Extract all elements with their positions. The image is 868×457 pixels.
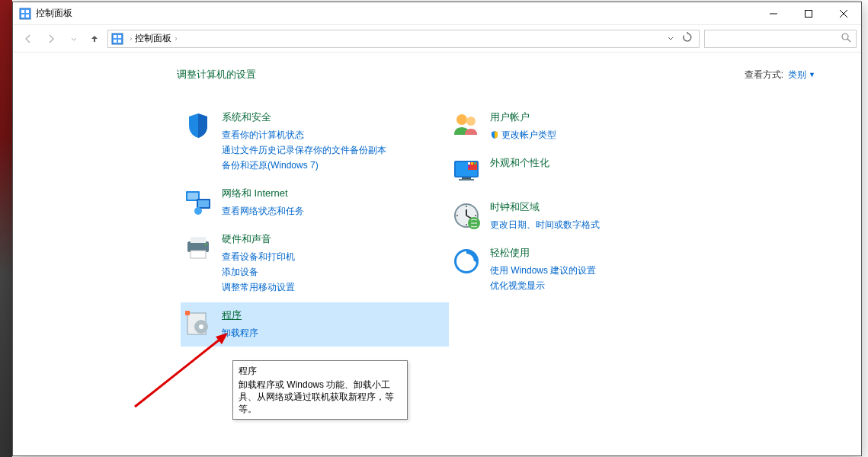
category-title[interactable]: 系统和安全: [222, 110, 441, 124]
programs-icon: [181, 308, 216, 339]
svg-rect-28: [185, 311, 190, 315]
category-link[interactable]: 查看网络状态和任务: [222, 203, 441, 219]
svg-rect-4: [26, 14, 29, 18]
category-link[interactable]: 查看你的计算机状态: [222, 127, 441, 142]
category-hardware: 硬件和声音 查看设备和打印机 添加设备 调整常用移动设置: [181, 226, 449, 301]
category-link[interactable]: 查看设备和打印机: [222, 249, 441, 264]
category-link[interactable]: 添加设备: [222, 264, 441, 280]
svg-rect-37: [468, 165, 470, 168]
category-title[interactable]: 网络和 Internet: [222, 187, 441, 200]
category-column-left: 系统和安全 查看你的计算机状态 通过文件历史记录保存你的文件备份副本 备份和还原…: [181, 104, 449, 348]
svg-rect-10: [114, 35, 117, 38]
svg-rect-36: [474, 162, 476, 165]
category-link[interactable]: 更改日期、时间或数字格式: [490, 217, 709, 232]
page-title: 调整计算机的设置: [177, 68, 256, 81]
category-system-security: 系统和安全 查看你的计算机状态 通过文件历史记录保存你的文件备份副本 备份和还原…: [181, 104, 449, 179]
svg-point-24: [205, 244, 207, 246]
svg-rect-12: [114, 40, 117, 43]
network-icon: [181, 187, 216, 217]
window-title: 控制面板: [36, 7, 72, 20]
category-appearance: 外观和个性化: [449, 150, 717, 193]
svg-point-42: [475, 215, 476, 216]
svg-line-15: [847, 39, 850, 42]
view-mode-selector: 查看方式: 类别 ▼: [745, 69, 815, 81]
svg-point-27: [199, 324, 203, 329]
svg-rect-23: [191, 251, 206, 258]
maximize-button[interactable]: [791, 2, 826, 25]
svg-rect-13: [118, 40, 121, 43]
minimize-button[interactable]: [756, 2, 791, 25]
refresh-button[interactable]: [679, 32, 696, 45]
svg-point-29: [456, 114, 467, 125]
category-title[interactable]: 外观和个性化: [490, 156, 709, 170]
svg-rect-34: [468, 162, 470, 165]
clock-icon: [449, 200, 484, 231]
category-link[interactable]: 更改帐户类型: [490, 127, 709, 142]
breadcrumb-root[interactable]: 控制面板: [135, 32, 171, 45]
svg-point-43: [466, 224, 467, 225]
address-bar[interactable]: › 控制面板 ›: [107, 30, 700, 48]
back-button[interactable]: [18, 30, 39, 48]
svg-rect-39: [459, 179, 474, 181]
svg-rect-38: [462, 177, 471, 179]
category-title[interactable]: 用户帐户: [490, 110, 709, 124]
category-link[interactable]: 优化视觉显示: [490, 278, 709, 293]
title-bar: 控制面板: [13, 2, 861, 25]
close-button[interactable]: [826, 2, 861, 25]
uac-shield-icon: [490, 130, 499, 139]
svg-rect-3: [21, 14, 24, 18]
view-label: 查看方式:: [745, 69, 783, 81]
category-title[interactable]: 程序: [222, 308, 441, 322]
search-icon[interactable]: [841, 32, 851, 45]
svg-point-14: [842, 34, 848, 40]
svg-rect-1: [21, 10, 24, 13]
svg-rect-22: [191, 237, 206, 243]
category-title[interactable]: 硬件和声音: [222, 232, 441, 246]
view-mode-link[interactable]: 类别: [788, 69, 806, 81]
svg-point-44: [456, 215, 458, 216]
search-box[interactable]: [704, 30, 857, 48]
category-ease-of-access: 轻松使用 使用 Windows 建议的设置 优化视觉显示: [449, 240, 717, 299]
category-link[interactable]: 使用 Windows 建议的设置: [490, 263, 709, 278]
svg-rect-17: [187, 193, 198, 200]
svg-rect-2: [26, 10, 29, 13]
category-user-accounts: 用户帐户 更改帐户类型: [449, 104, 717, 149]
address-icon: [111, 33, 123, 45]
category-column-right: 用户帐户 更改帐户类型 外观和个性化 时钟和区域 更改日期、时间或数字格式: [449, 104, 717, 348]
category-title[interactable]: 时钟和区域: [490, 200, 709, 214]
svg-rect-11: [118, 35, 121, 38]
address-dropdown[interactable]: [664, 34, 677, 44]
svg-point-30: [466, 117, 476, 126]
category-link[interactable]: 卸载程序: [222, 325, 441, 340]
search-input[interactable]: [709, 34, 841, 44]
svg-rect-19: [198, 200, 209, 207]
category-link[interactable]: 备份和还原(Windows 7): [222, 158, 441, 173]
svg-rect-35: [471, 162, 473, 165]
control-panel-icon: [19, 8, 31, 20]
users-icon: [449, 110, 484, 141]
navigation-bar: › 控制面板 ›: [13, 25, 861, 53]
tooltip-body: 卸载程序或 Windows 功能、卸载小工具、从网络或通过联机获取新程序，等等。: [239, 379, 402, 415]
category-network: 网络和 Internet 查看网络状态和任务: [181, 181, 449, 225]
svg-point-20: [194, 207, 202, 215]
category-link[interactable]: 调整常用移动设置: [222, 280, 441, 295]
tooltip: 程序 卸载程序或 Windows 功能、卸载小工具、从网络或通过联机获取新程序，…: [232, 360, 408, 420]
forward-button[interactable]: [40, 30, 62, 48]
breadcrumb-separator[interactable]: ›: [175, 34, 177, 43]
tooltip-title: 程序: [239, 365, 402, 377]
monitor-icon: [449, 156, 484, 187]
control-panel-window: 控制面板 › 控制面板 › 调整计算机的设置: [12, 2, 862, 456]
svg-rect-6: [806, 10, 812, 17]
svg-point-41: [466, 206, 467, 207]
category-clock-region: 时钟和区域 更改日期、时间或数字格式: [449, 194, 717, 238]
up-button[interactable]: [86, 30, 103, 48]
ease-of-access-icon: [449, 246, 484, 276]
breadcrumb-separator: ›: [130, 34, 132, 43]
category-programs[interactable]: 程序 卸载程序: [181, 302, 449, 347]
category-link[interactable]: 通过文件历史记录保存你的文件备份副本: [222, 142, 441, 158]
chevron-down-icon[interactable]: ▼: [809, 71, 815, 78]
printer-icon: [181, 232, 216, 263]
recent-dropdown[interactable]: [63, 30, 85, 48]
content-area: 调整计算机的设置 查看方式: 类别 ▼ 系统和安全 查看你的计算机状态 通过文件…: [13, 53, 861, 348]
category-title[interactable]: 轻松使用: [490, 246, 709, 260]
